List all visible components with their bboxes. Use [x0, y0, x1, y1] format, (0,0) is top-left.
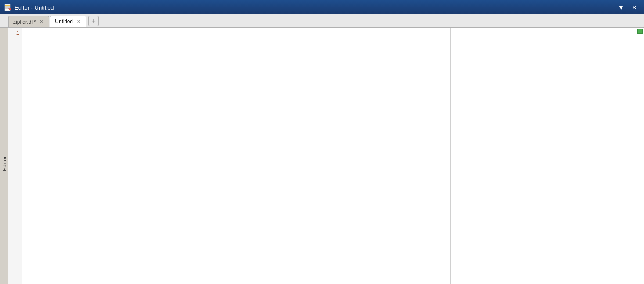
- tab-untitled-label: Untitled: [55, 18, 73, 25]
- svg-rect-1: [5, 5, 10, 6]
- sidebar-strip: Editor: [0, 29, 8, 284]
- tab-zipfldr-close[interactable]: ✕: [38, 19, 44, 25]
- sidebar-label-text: Editor: [2, 156, 7, 171]
- status-indicator: [637, 29, 643, 34]
- editor-area[interactable]: [22, 28, 450, 284]
- tab-untitled[interactable]: Untitled ✕: [50, 16, 86, 27]
- tab-zipfldr[interactable]: zipfldr.dll* ✕: [8, 16, 49, 27]
- add-tab-button[interactable]: +: [88, 16, 99, 26]
- editor-line-1: [26, 29, 450, 37]
- line-number-1: 1: [10, 29, 19, 37]
- editor-window: Editor - Untitled ▼ ✕ Editor zipfldr.dll…: [0, 0, 644, 284]
- title-bar-controls: ▼ ✕: [615, 3, 640, 12]
- title-bar: Editor - Untitled ▼ ✕: [0, 0, 644, 14]
- right-panel: [450, 28, 644, 284]
- tab-zipfldr-label: zipfldr.dll*: [13, 19, 36, 25]
- tab-bar: zipfldr.dll* ✕ Untitled ✕ +: [0, 14, 644, 28]
- menu-button[interactable]: ▼: [615, 3, 627, 12]
- app-icon: [4, 4, 12, 11]
- line-numbers: 1: [8, 28, 22, 284]
- close-button[interactable]: ✕: [629, 3, 640, 12]
- svg-point-5: [9, 8, 11, 10]
- title-bar-text: Editor - Untitled: [14, 4, 615, 11]
- tab-untitled-close[interactable]: ✕: [76, 18, 82, 25]
